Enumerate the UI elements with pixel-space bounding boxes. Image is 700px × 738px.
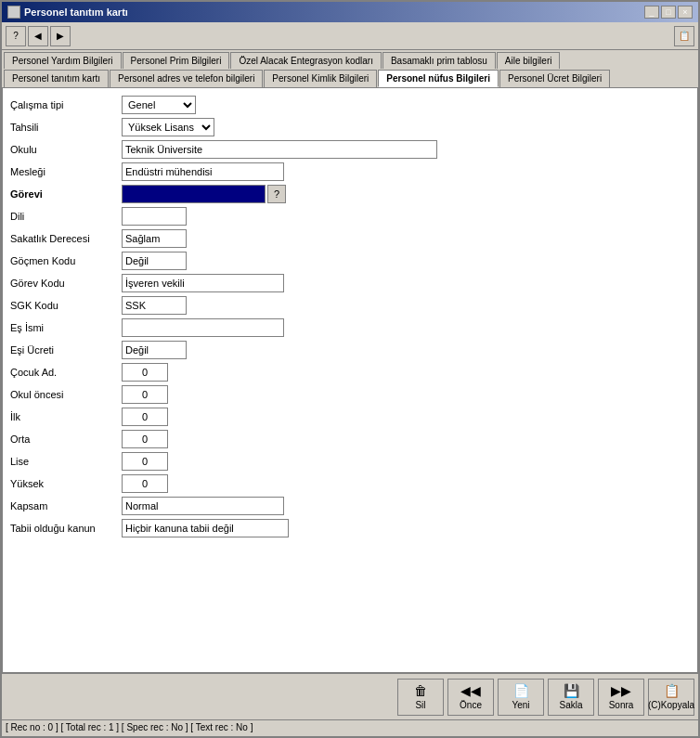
calisma-tipi-label: Çalışma tipi <box>10 99 122 110</box>
ilk-row: İlk <box>10 408 690 426</box>
cocuk-ad-label: Çocuk Ad. <box>10 367 122 378</box>
window-icon <box>7 6 20 19</box>
orta-label: Orta <box>10 434 122 445</box>
tab-ucret-bilgileri[interactable]: Personel Ücret Bilgileri <box>499 70 610 87</box>
kopyala-button[interactable]: 📋 (C)Kopyala <box>648 679 694 716</box>
once-button[interactable]: ◀◀ Önce <box>447 679 494 716</box>
help-button[interactable]: ? <box>6 26 26 46</box>
dili-input[interactable] <box>122 207 187 226</box>
sonra-label: Sonra <box>609 700 634 710</box>
bottom-toolbar: 🗑 Sil ◀◀ Önce 📄 Yeni 💾 Sakla ▶▶ Sonra 📋 … <box>2 673 698 719</box>
gorevi-row: Görevi ? <box>10 185 690 203</box>
back-button[interactable]: ◀ <box>28 26 48 46</box>
kopyala-icon: 📋 <box>664 683 680 698</box>
tabii-label: Tabii olduğu kanun <box>10 523 122 534</box>
orta-input[interactable] <box>122 430 168 448</box>
tabs-row-1: Personel Yardım Bilgileri Personel Prim … <box>2 50 698 69</box>
sgk-kodu-input[interactable] <box>122 296 187 315</box>
lise-row: Lise <box>10 452 690 471</box>
tahsili-select[interactable]: Yüksek Lisans Lisans Lise <box>122 118 214 136</box>
okul-oncesi-label: Okul öncesi <box>10 389 122 400</box>
yeni-icon: 📄 <box>513 683 529 698</box>
calisma-tipi-row: Çalışma tipi Genel Yarı zamanlı Tam zama… <box>10 96 690 114</box>
cocuk-ad-input[interactable] <box>122 363 168 382</box>
sil-icon: 🗑 <box>414 683 427 698</box>
title-bar-buttons: _ □ × <box>644 6 693 19</box>
gocmen-input[interactable] <box>122 252 187 270</box>
okulu-label: Okulu <box>10 144 122 155</box>
kapsam-input[interactable] <box>122 497 284 515</box>
tabii-row: Tabii olduğu kanun <box>10 519 690 537</box>
close-button[interactable]: × <box>678 6 693 19</box>
meslegi-row: Mesleği <box>10 162 690 181</box>
tab-tanitim-karti[interactable]: Personel tanıtım kartı <box>4 70 109 87</box>
yeni-button[interactable]: 📄 Yeni <box>498 679 544 716</box>
sonra-icon: ▶▶ <box>611 683 631 698</box>
status-bar: [ Rec no : 0 ] [ Total rec : 1 ] [ Spec … <box>2 719 698 736</box>
ilk-input[interactable] <box>122 408 168 426</box>
once-icon: ◀◀ <box>460 683 481 698</box>
tab-kimlik-bilgileri[interactable]: Personel Kimlik Bilgileri <box>264 70 377 87</box>
gorev-kodu-input[interactable] <box>122 274 284 292</box>
esi-ucreti-label: Eşi Ücreti <box>10 344 122 356</box>
kapsam-row: Kapsam <box>10 497 690 515</box>
gocmen-label: Göçmen Kodu <box>10 255 122 266</box>
gorevi-input[interactable] <box>122 185 266 203</box>
tabs-row-2: Personel tanıtım kartı Personel adres ve… <box>2 70 698 87</box>
minimize-button[interactable]: _ <box>644 6 659 19</box>
tahsili-row: Tahsili Yüksek Lisans Lisans Lise <box>10 118 690 136</box>
gorev-kodu-row: Görev Kodu <box>10 274 690 292</box>
tab-basamakli[interactable]: Basamaklı prim tablosu <box>382 52 496 69</box>
esi-ucreti-input[interactable] <box>122 341 187 359</box>
clipboard-button[interactable]: 📋 <box>674 26 694 46</box>
orta-row: Orta <box>10 430 690 448</box>
once-label: Önce <box>460 700 482 710</box>
ilk-label: İlk <box>10 411 122 422</box>
meslegi-input[interactable] <box>122 162 284 181</box>
okulu-input[interactable] <box>122 140 437 159</box>
sakatlik-label: Sakatlık Derecesi <box>10 233 122 244</box>
calisma-tipi-select[interactable]: Genel Yarı zamanlı Tam zamanlı <box>122 96 196 114</box>
lise-input[interactable] <box>122 452 168 471</box>
dili-row: Dili <box>10 207 690 226</box>
window-title: Personel tanıtım kartı <box>24 6 128 18</box>
yuksek-input[interactable] <box>122 474 168 493</box>
tab-prim-bilgileri[interactable]: Personel Prim Bilgileri <box>123 52 230 69</box>
tab-ozel-alacak[interactable]: Özel Alacak Entegrasyon kodları <box>230 52 382 69</box>
gocmen-row: Göçmen Kodu <box>10 252 690 270</box>
tab-yardim-bilgileri[interactable]: Personel Yardım Bilgileri <box>4 52 122 69</box>
tabii-input[interactable] <box>122 519 289 537</box>
sgk-kodu-label: SGK Kodu <box>10 300 122 311</box>
kopyala-label: (C)Kopyala <box>648 700 694 710</box>
gorevi-label: Görevi <box>10 188 122 200</box>
status-text: [ Rec no : 0 ] [ Total rec : 1 ] [ Spec … <box>6 722 253 732</box>
sgk-kodu-row: SGK Kodu <box>10 296 690 315</box>
tab-aile-bilgileri[interactable]: Aile bilgileri <box>497 52 561 69</box>
content-area: Çalışma tipi Genel Yarı zamanlı Tam zama… <box>2 87 698 673</box>
okul-oncesi-row: Okul öncesi <box>10 385 690 404</box>
sonra-button[interactable]: ▶▶ Sonra <box>598 679 644 716</box>
yuksek-row: Yüksek <box>10 474 690 493</box>
esi-ucreti-row: Eşi Ücreti <box>10 341 690 359</box>
sakla-icon: 💾 <box>564 683 579 698</box>
gorevi-question-button[interactable]: ? <box>267 185 286 203</box>
es-ismi-input[interactable] <box>122 318 284 337</box>
sakla-label: Sakla <box>559 700 582 710</box>
maximize-button[interactable]: □ <box>661 6 676 19</box>
meslegi-label: Mesleği <box>10 166 122 177</box>
gorev-kodu-label: Görev Kodu <box>10 278 122 289</box>
tab-adres-telefon[interactable]: Personel adres ve telefon bilgileri <box>110 70 263 87</box>
tab-nufus-bilgileri[interactable]: Personel nüfus Bilgileri <box>378 70 499 87</box>
okul-oncesi-input[interactable] <box>122 385 168 404</box>
dili-label: Dili <box>10 211 122 222</box>
yuksek-label: Yüksek <box>10 478 122 489</box>
es-ismi-row: Eş İsmi <box>10 318 690 337</box>
forward-button[interactable]: ▶ <box>50 26 71 46</box>
sakatlik-input[interactable] <box>122 229 187 248</box>
sakla-button[interactable]: 💾 Sakla <box>548 679 594 716</box>
sakatlik-row: Sakatlık Derecesi <box>10 229 690 248</box>
toolbar: ? ◀ ▶ 📋 <box>2 22 698 50</box>
sil-label: Sil <box>415 700 425 710</box>
title-bar: Personel tanıtım kartı _ □ × <box>2 2 698 22</box>
sil-button[interactable]: 🗑 Sil <box>397 679 444 716</box>
